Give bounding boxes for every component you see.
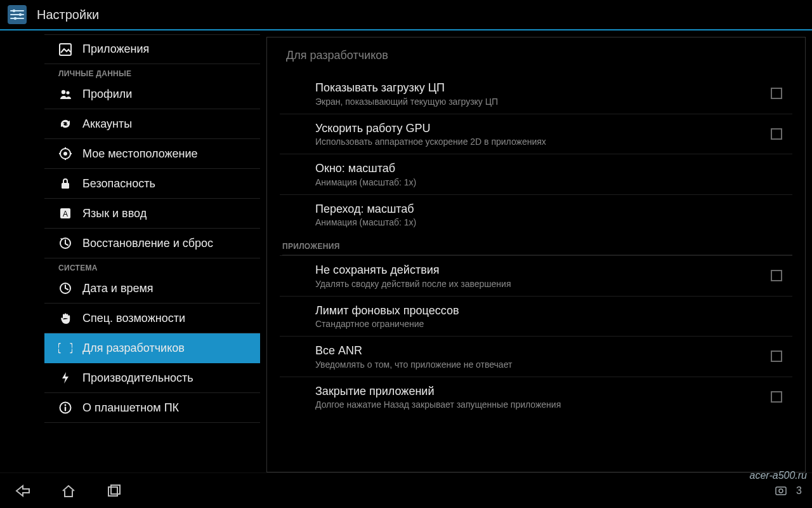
sidebar-section-header: ЛИЧНЫЕ ДАННЫЕ (58, 69, 260, 78)
sidebar-item[interactable]: Восстановление и сброс (44, 229, 260, 258)
hand-icon (58, 311, 72, 325)
sidebar-item[interactable]: Приложения (44, 34, 260, 64)
lock-icon (58, 177, 72, 190)
home-button[interactable] (46, 473, 91, 509)
titlebar: Настройки (0, 0, 812, 30)
navigation-bar: 3 (0, 472, 812, 508)
settings-icon (5, 3, 29, 27)
settings-item-subtitle: Уведомлять о том, что приложение не отве… (315, 359, 761, 370)
recents-button[interactable] (91, 473, 137, 509)
apps-icon (58, 43, 72, 57)
location-icon (58, 147, 72, 161)
sidebar-item[interactable]: Дата и время (44, 274, 260, 304)
checkbox[interactable] (771, 88, 782, 99)
svg-point-5 (19, 13, 22, 16)
settings-item[interactable]: Лимит фоновых процессовСтандартное огран… (280, 296, 792, 337)
app-title: Настройки (37, 8, 99, 22)
screenshot-icon (775, 485, 787, 497)
settings-item-title: Не сохранять действия (315, 263, 761, 277)
pane-title: Для разработчиков (286, 49, 792, 62)
braces-icon (58, 341, 72, 355)
settings-item[interactable]: Не сохранять действияУдалять сводку дейс… (280, 255, 792, 296)
sidebar-item[interactable]: Для разработчиков (44, 333, 260, 363)
settings-item[interactable]: Показывать загрузку ЦПЭкран, показывающи… (280, 74, 792, 114)
sidebar-item-label: Безопасность (82, 177, 155, 190)
settings-item[interactable]: Окно: масштабАнимация (масштаб: 1х) (280, 154, 792, 194)
settings-item-subtitle: Стандартное ограничение (315, 319, 761, 329)
sidebar-item-label: О планшетном ПК (82, 401, 179, 415)
svg-rect-9 (776, 487, 786, 495)
settings-item-subtitle: Экран, показывающий текущую загрузку ЦП (315, 97, 761, 107)
settings-sidebar: ПриложенияЛИЧНЫЕ ДАННЫЕПрофилиАккаунтыМо… (0, 30, 266, 472)
backup-icon (58, 236, 72, 250)
settings-item-subtitle: Анимация (масштаб: 1х) (315, 177, 761, 187)
sidebar-item[interactable]: Производительность (44, 363, 260, 393)
checkbox[interactable] (771, 270, 782, 281)
sync-icon (58, 117, 72, 131)
bolt-icon (58, 371, 72, 385)
settings-item-title: Все ANR (315, 344, 761, 358)
sidebar-item-label: Для разработчиков (82, 342, 185, 355)
checkbox[interactable] (771, 351, 782, 362)
sidebar-item-label: Аккаунты (82, 117, 132, 131)
settings-detail-pane: Для разработчиков Показывать загрузку ЦП… (266, 37, 806, 472)
info-icon (58, 401, 72, 415)
sidebar-item-label: Профили (82, 88, 132, 101)
settings-item-subtitle: Удалять сводку действий после их заверше… (315, 279, 761, 289)
settings-item[interactable]: Ускорить работу GPUИспользовать аппаратн… (280, 114, 792, 154)
language-icon (58, 206, 72, 220)
watermark: acer-a500.ru (750, 470, 807, 481)
settings-group-header: ПРИЛОЖЕНИЯ (282, 238, 792, 255)
sidebar-item[interactable]: О планшетном ПК (44, 393, 260, 423)
back-button[interactable] (0, 473, 46, 509)
settings-list: Показывать загрузку ЦПЭкран, показывающи… (280, 74, 792, 417)
checkbox[interactable] (771, 128, 782, 140)
sidebar-item-label: Приложения (82, 43, 149, 56)
settings-item-title: Переход: масштаб (315, 202, 761, 217)
sidebar-item[interactable]: Безопасность (44, 169, 260, 199)
sidebar-item-label: Мое местоположение (82, 147, 198, 161)
sidebar-item[interactable]: Мое местоположение (44, 139, 260, 169)
svg-point-4 (13, 10, 15, 12)
settings-item-subtitle: Анимация (масштаб: 1х) (315, 217, 761, 227)
sidebar-item-label: Спец. возможности (82, 312, 185, 325)
settings-item-subtitle: Использовать аппаратное ускорение 2D в п… (315, 137, 761, 147)
sidebar-item-label: Дата и время (82, 282, 154, 295)
sidebar-item-label: Производительность (82, 371, 193, 385)
settings-item-title: Окно: масштаб (315, 161, 761, 176)
checkbox[interactable] (771, 391, 782, 403)
clock-time: 3 (796, 485, 802, 497)
sidebar-section-header: СИСТЕМА (58, 264, 260, 272)
sidebar-item[interactable]: Спец. возможности (44, 304, 260, 333)
sidebar-item[interactable]: Аккаунты (44, 109, 260, 139)
system-tray[interactable]: 3 (775, 485, 802, 497)
profiles-icon (58, 87, 72, 101)
settings-item-title: Ускорить работу GPU (315, 121, 761, 136)
settings-item-title: Лимит фоновых процессов (315, 304, 761, 318)
settings-item[interactable]: Закрытие приложенийДолгое нажатие Назад … (280, 377, 792, 417)
settings-item-title: Закрытие приложений (315, 384, 761, 399)
svg-point-6 (14, 17, 16, 20)
sidebar-item-label: Язык и ввод (82, 207, 147, 220)
sidebar-item-label: Восстановление и сброс (82, 237, 213, 250)
settings-item[interactable]: Переход: масштабАнимация (масштаб: 1х) (280, 194, 792, 235)
sidebar-item[interactable]: Профили (44, 79, 260, 109)
sidebar-item[interactable]: Язык и ввод (44, 199, 260, 229)
settings-item[interactable]: Все ANRУведомлять о том, что приложение … (280, 336, 792, 377)
clock-icon (58, 281, 72, 295)
settings-item-subtitle: Долгое нажатие Назад закрывает запущенны… (315, 399, 761, 410)
settings-item-title: Показывать загрузку ЦП (315, 81, 761, 95)
svg-point-10 (779, 489, 783, 493)
